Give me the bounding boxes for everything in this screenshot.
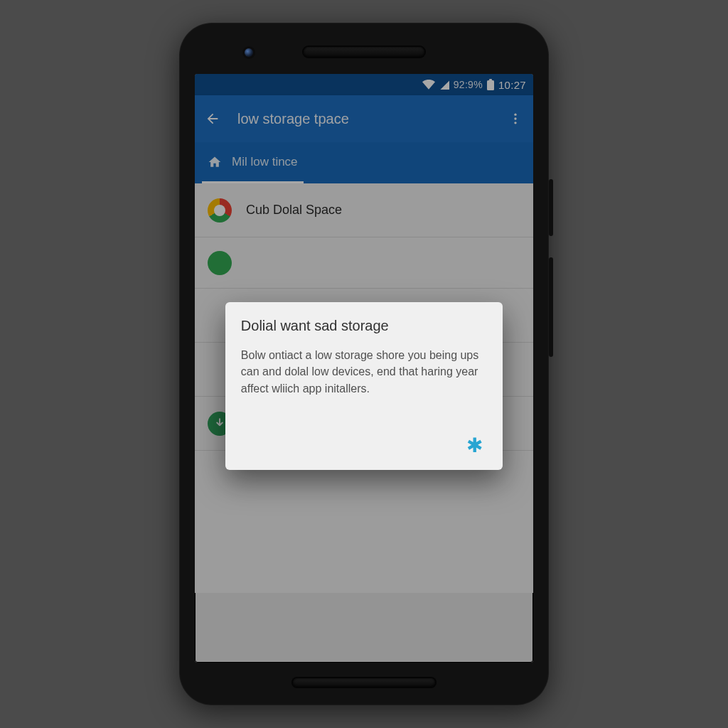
phone-frame: 92:9% 10:27 low storage tpace Mil low ti… — [179, 23, 549, 705]
dialog-action-button[interactable]: ✱ — [462, 432, 487, 459]
power-button — [549, 179, 553, 236]
dialog-body: Bolw ontiact a low storage shore you bei… — [241, 347, 487, 397]
screen: 92:9% 10:27 low storage tpace Mil low ti… — [195, 74, 533, 663]
dialog-title: Dolial want sad storage — [241, 318, 487, 334]
volume-button — [549, 257, 553, 357]
storage-dialog: Dolial want sad storage Bolw ontiact a l… — [225, 302, 503, 470]
speaker-bottom — [293, 678, 435, 687]
modal-scrim[interactable]: Dolial want sad storage Bolw ontiact a l… — [195, 74, 533, 663]
earpiece — [304, 47, 424, 57]
